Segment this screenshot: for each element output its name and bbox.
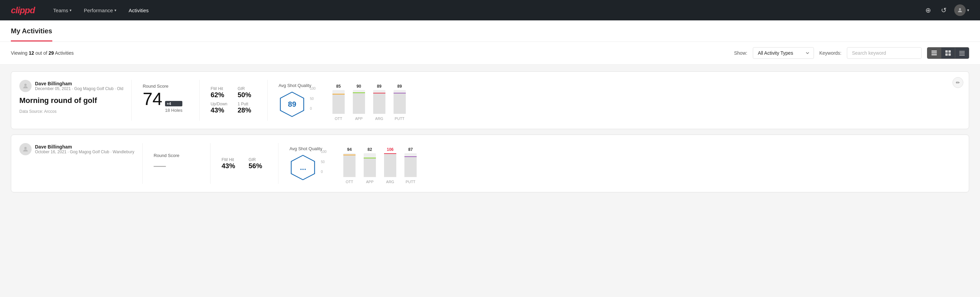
keywords-label: Keywords: [819,50,842,56]
fw-hit-value: 43% [221,162,240,170]
bar-ott: 94 OTT [341,147,358,184]
nav-item-teams[interactable]: Teams ▾ [49,5,76,16]
search-input[interactable] [847,47,921,59]
add-icon[interactable]: ⊕ [923,6,933,14]
bar-putt-label: PUTT [395,117,404,121]
bar-putt: 89 PUTT [391,84,408,121]
updown-stat: Up/Down 43% [210,102,229,114]
score-badge: +4 [165,101,182,106]
card-left: Dave Billingham October 16, 2021 · Gog M… [19,143,143,184]
user-name: Dave Billingham [35,144,134,150]
activity-type-select[interactable]: All Activity Types Round Practice [753,47,814,59]
bar-app-value: 90 [356,84,361,89]
svg-rect-1 [931,51,937,52]
refresh-icon[interactable]: ↺ [939,6,949,14]
user-name: Dave Billingham [35,81,123,86]
secondary-stats: FW Hit 62% GIR 50% Up/Down 43% 1 Putt 28… [200,80,267,121]
gir-stat: GIR 56% [248,157,267,170]
bar-ott: 85 OTT [330,84,347,121]
bar-arg: 89 ARG [371,84,387,121]
fw-hit-label: FW Hit [221,157,240,162]
bar-putt-value: 89 [397,84,402,89]
svg-rect-11 [959,55,965,56]
bar-ott-label: OTT [346,180,353,184]
activity-card: Dave Billingham October 16, 2021 · Gog M… [11,134,969,192]
logo[interactable]: clippd [11,5,35,16]
nav-item-activities[interactable]: Activities [124,5,153,16]
bar-ott-value: 85 [336,84,340,89]
chevron-down-icon: ▾ [115,8,116,13]
fw-hit-value: 62% [210,91,229,99]
fw-hit-stat: FW Hit 43% [221,157,240,170]
gir-value: 56% [248,162,267,170]
avatar [19,80,32,92]
svg-rect-2 [931,53,937,54]
card-left: Dave Billingham December 05, 2021 · Gog … [19,80,132,121]
grid-view-button[interactable] [941,48,955,59]
svg-point-12 [24,84,27,86]
bar-putt-marker [394,93,406,93]
score-row: 74 +4 18 Holes [143,90,188,114]
avg-shot-quality-label: Avg Shot Quality [278,83,312,88]
activity-title: Morning round of golf [19,96,123,105]
bar-app-label: APP [355,117,363,121]
page-header: My Activities [0,21,980,42]
oneputt-label: 1 Putt [238,102,257,106]
chart-y-labels: 100 50 0 [310,87,316,110]
edit-button[interactable]: ✏ [953,77,963,88]
quality-score: 89 [288,100,296,109]
bar-arg: 106 ARG [382,147,398,184]
data-source: Data Source: Arccos [19,109,123,114]
chevron-down-icon: ▾ [967,8,969,13]
avatar [19,143,32,155]
quality-hexagon: 89 [278,91,305,118]
round-score-section: Round Score — [143,143,210,184]
filter-bar: Viewing 12 out of 29 Activities Show: Al… [0,42,980,65]
nav-item-performance[interactable]: Performance ▾ [79,5,121,16]
round-score-label: Round Score [153,153,199,158]
nav-items: Teams ▾ Performance ▾ Activities [49,5,923,16]
holes-text: 18 Holes [165,108,182,113]
compact-view-button[interactable] [955,48,969,59]
quality-left: Avg Shot Quality ... [289,146,322,181]
gir-label: GIR [248,157,267,162]
gir-stat: GIR 50% [238,86,257,99]
oneputt-stat: 1 Putt 28% [238,102,257,114]
fw-hit-stat: FW Hit 62% [210,86,229,99]
bar-app-value: 82 [368,147,372,152]
bar-app: 82 APP [362,147,378,184]
bar-arg-label: ARG [386,180,394,184]
bar-arg-value: 89 [377,84,381,89]
user-avatar-button[interactable]: ▾ [954,5,969,16]
chart-y-labels: 100 50 0 [321,150,327,174]
score-value: — [153,160,166,172]
bar-putt: 87 PUTT [402,147,419,184]
user-info: Dave Billingham October 16, 2021 · Gog M… [19,143,134,155]
list-view-button[interactable] [928,48,941,59]
bar-chart: 100 50 0 85 OTT [320,80,408,121]
page-title: My Activities [11,21,52,42]
show-label: Show: [734,50,748,56]
svg-point-14 [24,147,27,149]
score-row: — [153,160,199,172]
svg-rect-10 [959,54,965,54]
quality-left: Avg Shot Quality 89 [278,83,312,118]
bar-app-label: APP [366,180,374,184]
gir-label: GIR [238,86,257,91]
hexagon-wrap: 89 [278,91,305,118]
bar-app: 90 APP [351,84,367,121]
svg-rect-6 [945,53,948,56]
bar-chart: 100 50 0 94 OTT 82 [330,143,419,184]
svg-rect-9 [959,52,965,53]
chevron-down-icon: ▾ [70,8,72,13]
quality-score: ... [300,163,306,172]
quality-hexagon: ... [289,154,317,181]
shot-quality-section: Avg Shot Quality ... 100 50 0 [278,143,961,184]
avatar [954,5,966,16]
bar-chart-inner: 85 OTT 90 [330,80,408,121]
gir-value: 50% [238,91,257,99]
round-score-label: Round Score [143,84,188,89]
avg-shot-quality-label: Avg Shot Quality [289,146,322,151]
user-date: October 16, 2021 · Gog Magog Golf Club ·… [35,150,134,154]
hexagon-wrap: ... [289,154,317,181]
